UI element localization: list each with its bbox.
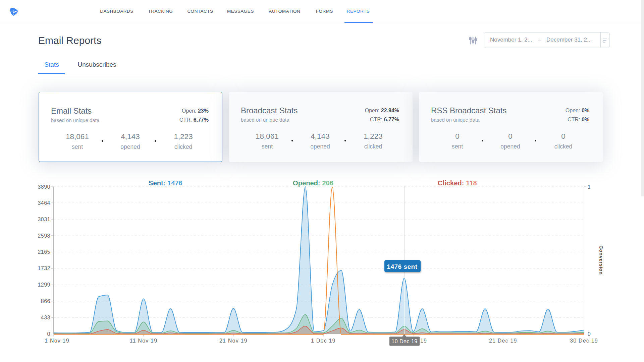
- svg-text:Conversion: Conversion: [598, 245, 604, 275]
- svg-text:3890: 3890: [38, 184, 50, 190]
- svg-text:433: 433: [41, 315, 50, 320]
- svg-text:3031: 3031: [38, 217, 50, 222]
- svg-text:1732: 1732: [38, 265, 50, 271]
- svg-text:30 Dec 19: 30 Dec 19: [570, 338, 598, 344]
- svg-text:1 Dec 19: 1 Dec 19: [311, 338, 336, 344]
- svg-text:866: 866: [41, 298, 50, 304]
- svg-text:10 Dec 19: 10 Dec 19: [391, 339, 417, 344]
- svg-text:Opened: 206: Opened: 206: [293, 179, 333, 187]
- svg-text:Sent: 1476: Sent: 1476: [149, 179, 182, 187]
- svg-text:2165: 2165: [38, 249, 50, 255]
- svg-text:Clicked: 118: Clicked: 118: [438, 179, 477, 187]
- svg-text:1 Nov 19: 1 Nov 19: [45, 338, 69, 344]
- svg-text:2598: 2598: [38, 233, 50, 239]
- svg-text:0: 0: [47, 331, 50, 337]
- svg-text:21 Dec 19: 21 Dec 19: [489, 338, 517, 344]
- svg-text:1299: 1299: [38, 282, 50, 288]
- svg-text:1476 sent: 1476 sent: [387, 263, 417, 270]
- svg-text:21 Nov 19: 21 Nov 19: [219, 338, 248, 344]
- svg-text:1: 1: [588, 184, 591, 190]
- svg-text:0: 0: [588, 331, 591, 337]
- svg-text:3464: 3464: [38, 200, 50, 206]
- svg-text:11 Nov 19: 11 Nov 19: [130, 338, 158, 344]
